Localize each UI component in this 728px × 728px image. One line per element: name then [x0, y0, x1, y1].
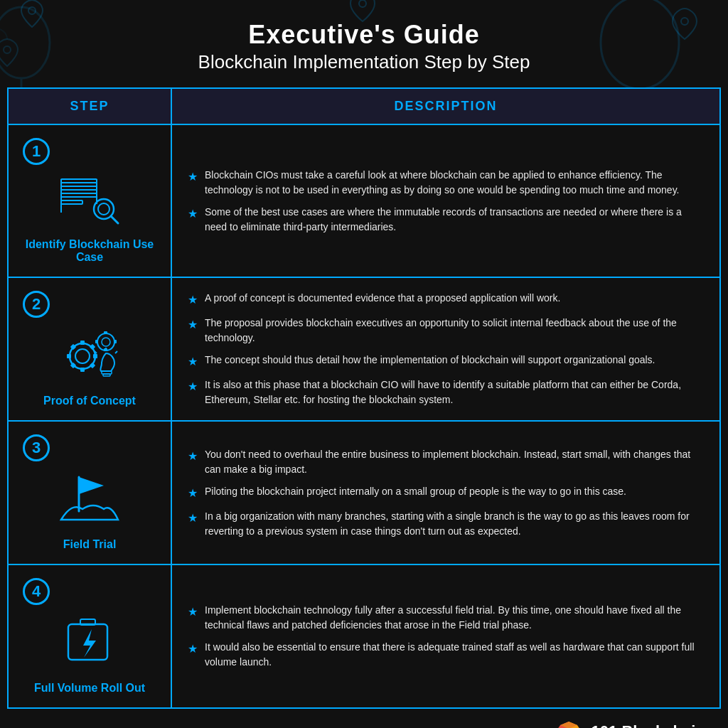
svg-point-16	[75, 349, 90, 363]
svg-rect-30	[114, 340, 117, 343]
bullet-item: ★ Some of the best use cases are where t…	[188, 205, 704, 235]
star-icon: ★	[188, 448, 198, 465]
svg-point-2	[359, 0, 366, 7]
svg-point-0	[28, 7, 36, 14]
svg-rect-29	[95, 340, 98, 343]
bullet-item: ★ A proof of concept is documented evide…	[188, 291, 704, 309]
step-label-2: Proof of Concept	[43, 395, 136, 407]
svg-rect-8	[61, 193, 97, 197]
step-cell-1: 1	[9, 125, 172, 277]
svg-line-14	[111, 216, 118, 223]
desc-cell-3: ★ You don't need to overhaul the entire …	[172, 422, 719, 564]
star-icon: ★	[188, 485, 198, 502]
brand-logo-icon	[553, 722, 584, 728]
header-subtitle: Blockchain Implementation Step by Step	[14, 51, 714, 73]
bullet-item: ★ It would also be essential to ensure t…	[188, 640, 704, 670]
step-number-2: 2	[23, 291, 50, 318]
star-icon: ★	[188, 378, 198, 395]
step-label-4: Full Volume Roll Out	[34, 682, 145, 695]
svg-point-1	[4, 46, 11, 53]
star-icon: ★	[188, 291, 198, 309]
table-row: 4 Full Volume Roll Out ★	[9, 565, 719, 707]
step-cell-2: 2	[9, 278, 172, 420]
table-row: 2	[9, 278, 719, 422]
bullet-item: ★ Blockchain CIOs must take a careful lo…	[188, 168, 704, 198]
footer: 101 Blockchains Created by 101blockchain…	[0, 716, 728, 728]
table-header: STEP DESCRIPTION	[9, 89, 719, 125]
step-cell-4: 4 Full Volume Roll Out	[9, 565, 172, 707]
bullet-item: ★ Implement blockchain technology fully …	[188, 603, 704, 633]
step-icon-3	[58, 470, 122, 527]
svg-rect-24	[90, 363, 95, 368]
step-icon-1	[58, 173, 122, 227]
svg-rect-27	[104, 331, 107, 334]
step-cell-3: 3 Field Trial	[9, 422, 172, 564]
svg-rect-6	[61, 179, 97, 183]
desc-cell-4: ★ Implement blockchain technology fully …	[172, 565, 719, 707]
main-table: STEP DESCRIPTION 1	[7, 87, 721, 709]
bullet-item: ★ The concept should thus detail how the…	[188, 353, 704, 370]
step-number-4: 4	[23, 578, 50, 605]
bullet-item: ★ In a big organization with many branch…	[188, 509, 704, 539]
step-icon-2	[58, 326, 122, 383]
col-desc-header: DESCRIPTION	[172, 89, 719, 124]
table-row: 1	[9, 125, 719, 278]
star-icon: ★	[188, 510, 198, 527]
bullet-item: ★ It is also at this phase that a blockc…	[188, 378, 704, 407]
page-wrapper: Executive's Guide Blockchain Implementat…	[0, 0, 728, 728]
svg-rect-22	[90, 344, 95, 350]
svg-point-13	[98, 203, 109, 215]
table-row: 3 Field Trial ★ You	[9, 422, 719, 565]
svg-rect-20	[93, 354, 97, 358]
star-icon: ★	[188, 641, 198, 658]
footer-text-block: 101 Blockchains Created by 101blockchain…	[592, 722, 714, 728]
svg-rect-17	[80, 341, 85, 345]
svg-rect-7	[61, 186, 97, 190]
bullet-item: ★ You don't need to overhaul the entire …	[188, 447, 704, 477]
star-icon: ★	[188, 353, 198, 370]
footer-brand: 101 Blockchains	[592, 722, 714, 728]
svg-point-26	[102, 338, 110, 346]
star-icon: ★	[188, 168, 198, 186]
footer-logo-block: 101 Blockchains Created by 101blockchain…	[553, 722, 714, 728]
svg-rect-9	[61, 200, 82, 204]
desc-cell-1: ★ Blockchain CIOs must take a careful lo…	[172, 125, 719, 277]
star-icon: ★	[188, 316, 198, 333]
step-label-1: Identify Blockchain Use Case	[16, 238, 164, 264]
svg-rect-32	[103, 374, 110, 376]
svg-line-35	[115, 351, 117, 353]
svg-rect-18	[80, 368, 85, 372]
step-number-1: 1	[23, 138, 50, 165]
col-step-header: STEP	[9, 89, 172, 124]
star-icon: ★	[188, 604, 198, 621]
svg-rect-19	[67, 354, 71, 358]
bullet-item: ★ The proposal provides blockchain execu…	[188, 316, 704, 346]
header: Executive's Guide Blockchain Implementat…	[0, 0, 728, 87]
star-icon: ★	[188, 205, 198, 223]
bullet-item: ★ Piloting the blockchain project intern…	[188, 484, 704, 502]
header-title: Executive's Guide	[14, 20, 714, 50]
step-number-3: 3	[23, 434, 50, 461]
step-label-3: Field Trial	[63, 538, 117, 551]
step-icon-4	[58, 614, 122, 670]
desc-cell-2: ★ A proof of concept is documented evide…	[172, 278, 719, 420]
